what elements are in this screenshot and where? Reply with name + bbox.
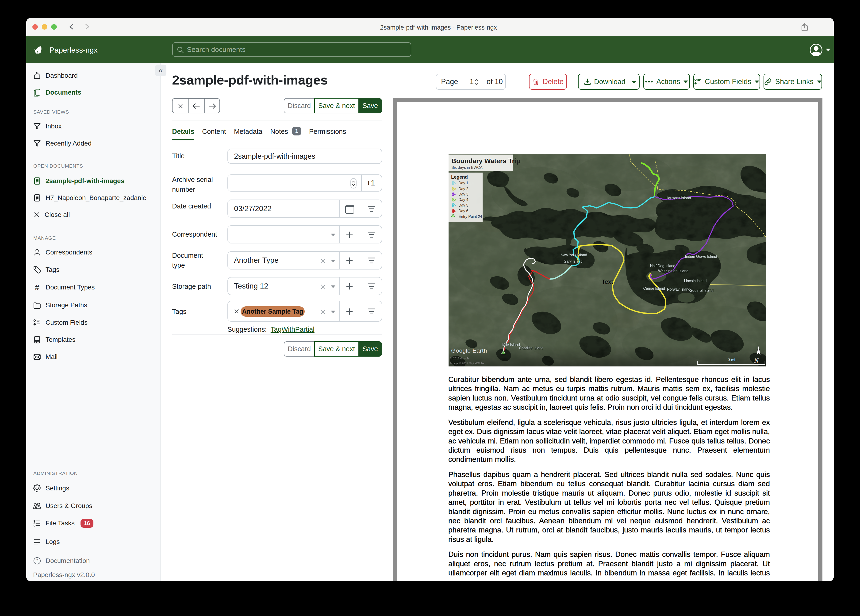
svg-text:Canoe Island: Canoe Island [643,286,665,291]
svg-text:Day 2: Day 2 [458,187,468,191]
svg-text:Day 1: Day 1 [458,181,468,185]
svg-text:3 mi: 3 mi [728,358,735,362]
svg-text:Lincoln Island: Lincoln Island [684,279,706,283]
svg-text:Day 6: Day 6 [458,209,468,213]
svg-text:Text: Text [601,278,613,285]
svg-text:Washington Island: Washington Island [658,269,689,273]
svg-text:N: N [754,357,759,364]
svg-text:Legend: Legend [451,174,468,179]
svg-text:New York Island: New York Island [560,253,587,257]
svg-text:Day 5: Day 5 [458,203,468,207]
svg-text:Entry Point 24: Entry Point 24 [458,214,482,218]
svg-text:Norway Island: Norway Island [667,288,691,291]
svg-text:Half Dog Island: Half Dog Island [650,264,675,268]
svg-text:Day 3: Day 3 [458,192,468,196]
svg-text:Day 4: Day 4 [458,197,468,202]
svg-text:?: ? [36,558,39,563]
svg-text:Squirrel Island: Squirrel Island [690,289,714,292]
svg-text:Gary Island: Gary Island [564,259,582,263]
svg-text:Indian Grave Island: Indian Grave Island [685,255,717,258]
svg-text:Six days in BWCA: Six days in BWCA [451,165,483,170]
svg-text:Hausons Island: Hausons Island [665,196,691,200]
svg-text:Boundary Waters Trip: Boundary Waters Trip [451,157,520,165]
